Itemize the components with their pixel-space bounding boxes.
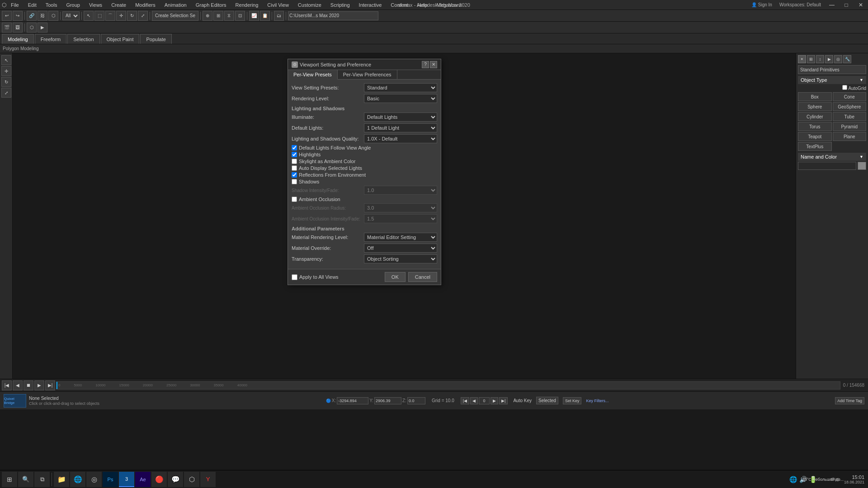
material-rendering-level-select[interactable]: Material Editor Setting [364,233,437,242]
menu-customize[interactable]: Customize [295,1,324,9]
autogrid-checkbox[interactable] [842,85,847,90]
tab-populate[interactable]: Populate [140,34,171,44]
object-name-input[interactable] [798,162,856,170]
material-override-select[interactable]: Off [364,244,437,253]
panel-tab-display[interactable]: ◎ [834,55,842,63]
obj-teapot[interactable]: Teapot [798,132,832,141]
prev-key-button[interactable]: |◀ [461,397,469,404]
menu-modifiers[interactable]: Modifiers [132,1,158,9]
yandex-button[interactable]: Y [200,472,216,487]
tab-freeform[interactable]: Freeform [35,34,67,44]
file-explorer-button[interactable]: 📁 [54,472,69,487]
dialog-close-button[interactable]: ✕ [430,61,437,68]
obj-pyramid[interactable]: Pyramid [833,122,867,131]
tray-network[interactable]: 🌐 [789,475,797,483]
obj-torus[interactable]: Torus [798,122,832,131]
start-button[interactable]: ⊞ [2,472,17,487]
menu-create[interactable]: Create [108,1,129,9]
cb-auto-display-input[interactable] [292,165,297,171]
render-setup-button[interactable]: 🎬 [2,23,12,33]
select-lasso-button[interactable]: ⌒ [105,11,115,21]
select-button[interactable]: ↖ [84,11,94,21]
panel-tab-hierarchy[interactable]: ↕ [816,55,824,63]
move-button[interactable]: ✛ [116,11,126,21]
panel-tab-create[interactable]: + [798,55,806,63]
aftereffects-button[interactable]: Ae [135,472,151,487]
task-view-button[interactable]: ⧉ [34,472,50,487]
y-coord-input[interactable] [374,397,401,404]
object-type-header[interactable]: Object Type ▼ [798,76,866,84]
path-input[interactable] [288,11,378,20]
link-button[interactable]: 🔗 [27,11,37,21]
name-color-header[interactable]: Name and Color ▼ [798,153,866,161]
cb-reflections-input[interactable] [292,172,297,178]
left-tb-scale[interactable]: ⤢ [1,88,11,98]
menu-file[interactable]: File [8,1,22,9]
scale-button[interactable]: ⤢ [138,11,148,21]
color-swatch[interactable] [858,162,866,170]
cb-shadows-input[interactable] [292,179,297,184]
search-button[interactable]: 🔍 [18,472,33,487]
left-tb-move[interactable]: ✛ [1,66,11,76]
menu-graph-editors[interactable]: Graph Editors [193,1,229,9]
render-button[interactable]: ▶ [38,23,47,33]
filter-select[interactable]: All [62,11,80,20]
next-frame-button[interactable]: ▶ [491,397,498,404]
timeline-next[interactable]: ▶| [45,380,55,390]
cb-highlights-input[interactable] [292,152,297,157]
redo-button[interactable]: ↪ [13,11,23,21]
menu-interactive[interactable]: Interactive [356,1,385,9]
obj-cone[interactable]: Cone [833,92,867,101]
prev-frame-button[interactable]: ◀ [470,397,478,404]
cb-ao-input[interactable] [292,197,297,202]
apply-all-checkbox[interactable] [292,274,297,280]
cancel-button[interactable]: Cancel [408,272,437,282]
rendering-level-select[interactable]: Basic [364,94,437,103]
transparency-select[interactable]: Object Sorting [364,254,437,263]
render-frame-button[interactable]: 🖼 [13,23,23,33]
close-button[interactable]: ✕ [854,0,868,10]
lighting-quality-select[interactable]: 1.0X - Default [364,134,437,143]
dialog-tab-per-view-presets[interactable]: Per-View Presets [288,70,338,80]
menu-rendering[interactable]: Rendering [233,1,261,9]
menu-civil-view[interactable]: Civil View [264,1,291,9]
cb-skylight-input[interactable] [292,159,297,164]
obj-textplus[interactable]: TextPlus [798,142,832,151]
dope-sheet-button[interactable]: 📋 [260,11,270,21]
photoshop-button[interactable]: Ps [103,472,118,487]
add-time-tag-button[interactable]: Add Time Tag [835,397,864,404]
left-tb-rotate[interactable]: ↻ [1,77,11,87]
timeline-play-back[interactable]: ◀ [13,380,23,390]
timeline-stop[interactable]: ⏹ [24,380,33,390]
menu-edit[interactable]: Edit [25,1,39,9]
undo-button[interactable]: ↩ [2,11,12,21]
view-setting-presets-select[interactable]: Standard [364,83,437,92]
ok-button[interactable]: OK [385,272,406,282]
default-lights-select[interactable]: 1 Default Light [364,123,437,132]
menu-tools[interactable]: Tools [43,1,60,9]
unlink-button[interactable]: ⛓ [38,11,47,21]
obj-cylinder[interactable]: Cylinder [798,112,832,121]
panel-tab-modify[interactable]: ⊞ [807,55,815,63]
curve-editor-button[interactable]: 📈 [249,11,259,21]
obj-tube[interactable]: Tube [833,112,867,121]
key-filters-btn[interactable]: Key Filters... [586,399,609,403]
timeline-prev[interactable]: |◀ [2,380,12,390]
align-button[interactable]: ⊕ [203,11,212,21]
discord-button[interactable]: 💬 [168,472,183,487]
left-tb-select[interactable]: ↖ [1,55,11,65]
x-coord-input[interactable] [337,397,368,404]
tab-object-paint[interactable]: Object Paint [101,34,140,44]
steam-button[interactable]: ⬡ [184,472,199,487]
minimize-button[interactable]: — [825,0,839,10]
3dsmax-button[interactable]: 3 [119,472,134,487]
edge-button[interactable]: 🌐 [70,472,85,487]
z-coord-input[interactable] [407,397,425,404]
obj-plane[interactable]: Plane [833,132,867,141]
select-region-button[interactable]: ⬚ [94,11,104,21]
timeline-play-fwd[interactable]: ▶ [34,380,44,390]
sign-in-button[interactable]: 👤Sign In [748,0,776,10]
bind-button[interactable]: ⬡ [48,11,58,21]
array-button[interactable]: ⊡ [235,11,245,21]
set-key-button[interactable]: Set Key [563,397,582,404]
